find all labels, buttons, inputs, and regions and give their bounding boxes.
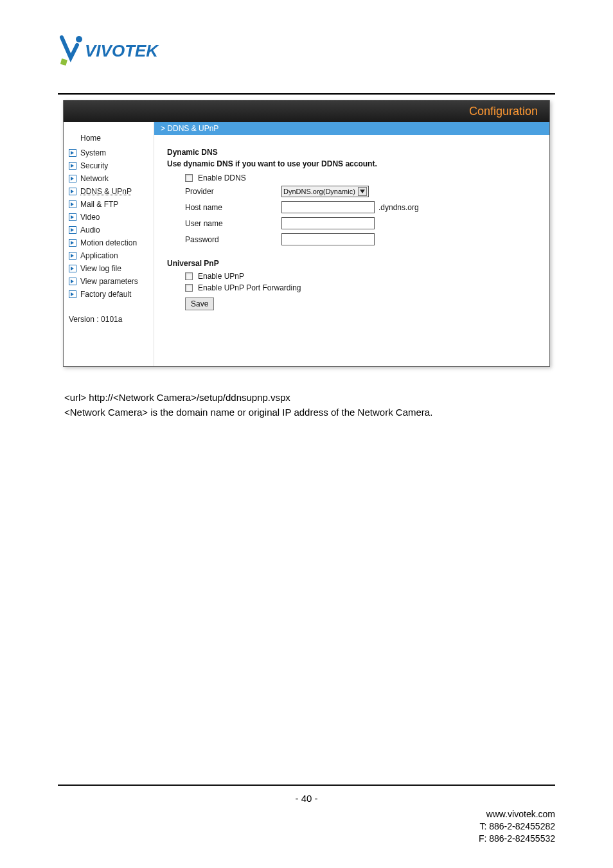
footer-contact: www.vivotek.com T: 886-2-82455282 F: 886… [479,808,555,845]
provider-label: Provider [185,187,281,196]
ddns-section-title: Dynamic DNS [167,148,537,157]
sidebar-item-factory-default[interactable]: Factory default [64,288,154,301]
password-input[interactable] [281,233,375,245]
arrow-icon [69,175,76,182]
config-screenshot: Configuration Home System Security Netwo… [63,100,550,367]
arrow-icon [69,265,76,272]
brand-logo: VIVOTEK [58,32,555,67]
sidebar-item-system[interactable]: System [64,146,154,159]
arrow-icon [69,278,76,285]
provider-select[interactable]: DynDNS.org(Dynamic) [281,186,369,197]
arrow-icon [69,226,76,234]
svg-rect-1 [60,58,67,66]
sidebar-nav: Home System Security Network DDNS & UPnP [64,122,154,366]
breadcrumb: > DDNS & UPnP [154,122,549,135]
sidebar-item-view-parameters[interactable]: View parameters [64,275,154,288]
hostname-label: Host name [185,203,281,212]
username-input[interactable] [281,217,375,229]
sidebar-item-network[interactable]: Network [64,172,154,185]
arrow-icon [69,213,76,221]
arrow-icon [69,162,76,170]
sidebar-item-video[interactable]: Video [64,211,154,224]
ddns-subtitle: Use dynamic DNS if you want to use your … [167,159,537,168]
enable-upnp-port-label: Enable UPnP Port Forwarding [198,283,301,292]
footer-tel: T: 886-2-82455282 [479,820,555,833]
footer-divider [58,784,555,786]
sidebar-item-mail-ftp[interactable]: Mail & FTP [64,198,154,211]
sidebar-item-ddns-upnp[interactable]: DDNS & UPnP [64,185,154,198]
enable-ddns-checkbox[interactable] [185,174,193,182]
arrow-icon [69,252,76,260]
arrow-icon [69,149,76,157]
url-explain: <Network Camera> is the domain name or o… [64,405,549,420]
enable-upnp-port-checkbox[interactable] [185,284,193,292]
logo-text: VIVOTEK [85,41,159,60]
arrow-icon [69,290,76,298]
arrow-icon [69,239,76,247]
sidebar-item-home[interactable]: Home [64,131,154,146]
hostname-suffix: .dyndns.org [378,203,419,212]
sidebar-item-view-log-file[interactable]: View log file [64,262,154,275]
footer-site: www.vivotek.com [479,808,555,820]
enable-upnp-checkbox[interactable] [185,272,193,280]
username-label: User name [185,219,281,228]
upnp-section-title: Universal PnP [167,259,537,268]
config-title-bar: Configuration [64,100,549,122]
arrow-icon [69,200,76,208]
top-divider [58,93,555,95]
url-line: <url> http://<Network Camera>/setup/ddns… [64,390,549,405]
page-number: - 40 - [0,793,613,804]
footer-fax: F: 886-2-82455532 [479,833,555,845]
sidebar-item-security[interactable]: Security [64,159,154,172]
vivotek-logo-icon: VIVOTEK [58,32,186,67]
enable-ddns-label: Enable DDNS [198,173,246,182]
svg-point-0 [76,36,82,42]
sidebar-item-audio[interactable]: Audio [64,224,154,236]
chevron-down-icon [358,187,367,196]
save-button[interactable]: Save [185,297,214,310]
enable-upnp-label: Enable UPnP [198,272,244,281]
hostname-input[interactable] [281,201,375,213]
sidebar-item-application[interactable]: Application [64,249,154,262]
sidebar-item-motion-detection[interactable]: Motion detection [64,236,154,249]
version-label: Version : 0101a [64,301,154,324]
arrow-icon [69,188,76,195]
password-label: Password [185,235,281,244]
config-title: Configuration [469,105,538,118]
